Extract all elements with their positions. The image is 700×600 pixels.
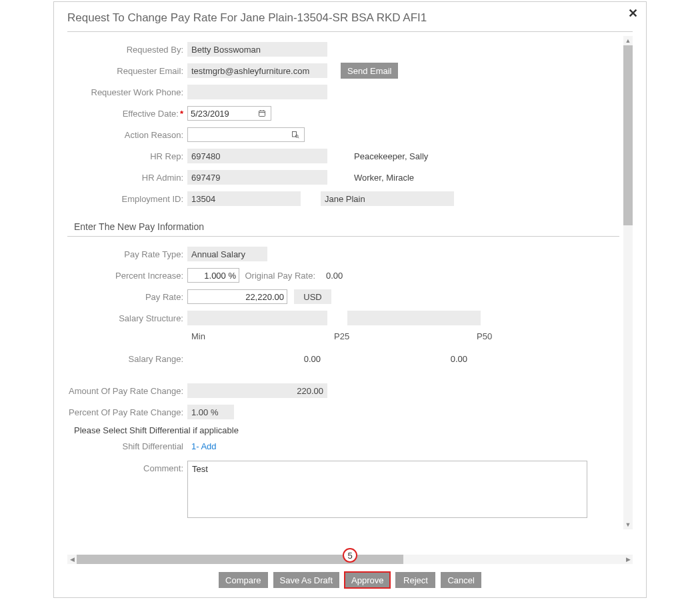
shift-diff-note: Please Select Shift Differential if appl… — [74, 425, 619, 435]
effective-date-input[interactable]: 5/23/2019 — [187, 106, 271, 121]
shift-diff-add-link[interactable]: 1- Add — [191, 441, 217, 451]
pay-rate-type-value: Annual Salary — [187, 247, 267, 261]
percent-change-value: 1.00 % — [187, 405, 234, 419]
requester-work-phone-label: Requester Work Phone: — [67, 87, 187, 97]
scroll-down-icon[interactable]: ▼ — [623, 520, 633, 529]
compare-button[interactable]: Compare — [219, 572, 267, 588]
step-badge: 5 — [343, 548, 357, 563]
hr-admin-label: HR Admin: — [67, 173, 187, 183]
salary-range-label: Salary Range: — [67, 354, 187, 364]
pay-rate-currency: USD — [294, 289, 331, 304]
vertical-scroll-thumb[interactable] — [623, 45, 633, 225]
range-min-header: Min — [191, 331, 334, 341]
svg-rect-0 — [259, 111, 265, 116]
range-headers: Min P25 P50 — [191, 331, 619, 341]
percent-change-label: Percent Of Pay Rate Change: — [67, 407, 187, 417]
employment-name-value: Jane Plain — [321, 191, 454, 206]
action-reason-input[interactable] — [187, 127, 305, 142]
svg-line-6 — [298, 137, 299, 139]
amount-change-label: Amount Of Pay Rate Change: — [67, 386, 187, 396]
hr-rep-value: 697480 — [187, 149, 327, 163]
cancel-button[interactable]: Cancel — [441, 572, 481, 588]
requested-by-label: Requested By: — [67, 45, 187, 55]
salary-range-min: 0.00 — [187, 354, 334, 364]
original-pay-rate-value: 0.00 — [319, 271, 343, 281]
salary-structure-1 — [187, 311, 327, 325]
requester-email-label: Requester Email: — [67, 66, 187, 76]
hr-rep-name: Peacekeeper, Sally — [347, 151, 428, 161]
amount-change-value: 220.00 — [187, 383, 327, 398]
reject-button[interactable]: Reject — [395, 572, 435, 588]
scroll-right-icon[interactable]: ▶ — [623, 555, 633, 564]
scroll-up-icon[interactable]: ▲ — [623, 36, 633, 45]
hr-rep-label: HR Rep: — [67, 151, 187, 161]
hr-admin-value: 697479 — [187, 170, 327, 185]
range-p25-header: P25 — [334, 331, 477, 341]
effective-date-label: Effective Date:* — [67, 109, 187, 119]
dialog-title: Request To Change Pay Rate For Jane Plai… — [67, 9, 633, 32]
range-p50-header: P50 — [477, 331, 619, 341]
employment-id-value: 13504 — [187, 191, 301, 206]
calendar-icon[interactable] — [257, 109, 267, 118]
salary-structure-2 — [347, 311, 481, 325]
salary-structure-label: Salary Structure: — [67, 313, 187, 323]
hr-admin-name: Worker, Miracle — [347, 173, 414, 183]
employment-id-label: Employment ID: — [67, 194, 187, 204]
requester-work-phone-value — [187, 85, 327, 99]
percent-increase-label: Percent Increase: — [67, 271, 187, 281]
comment-label: Comment: — [67, 461, 187, 473]
requester-email-value: testmgrb@ashleyfurniture.com — [187, 63, 327, 78]
save-as-draft-button[interactable]: Save As Draft — [273, 572, 339, 588]
action-reason-label: Action Reason: — [67, 130, 187, 140]
send-email-button[interactable]: Send Email — [341, 63, 398, 79]
vertical-scrollbar[interactable]: ▲ ▼ — [623, 36, 633, 529]
close-icon[interactable]: ✕ — [628, 6, 638, 21]
pay-rate-input[interactable]: 22,220.00 — [187, 289, 287, 304]
svg-point-5 — [295, 135, 298, 137]
original-pay-rate-label: Original Pay Rate: — [239, 271, 319, 281]
modal-dialog: ✕ Request To Change Pay Rate For Jane Pl… — [53, 1, 647, 598]
percent-increase-input[interactable]: 1.000 % — [187, 268, 239, 283]
pay-rate-label: Pay Rate: — [67, 292, 187, 302]
dialog-footer: 5 Compare Save As Draft Approve Reject C… — [67, 564, 633, 597]
salary-range-p25: 0.00 — [334, 354, 481, 364]
shift-diff-label: Shift Differential — [67, 441, 187, 451]
pay-section-header: Enter The New Pay Information — [67, 219, 619, 237]
pay-rate-type-label: Pay Rate Type: — [67, 249, 187, 259]
scroll-area: Requested By: Betty Bosswoman Requester … — [67, 36, 633, 552]
comment-input[interactable] — [187, 461, 587, 518]
lookup-icon[interactable] — [291, 130, 300, 139]
requested-by-value: Betty Bosswoman — [187, 42, 327, 57]
scroll-left-icon[interactable]: ◀ — [67, 555, 77, 564]
approve-button[interactable]: Approve — [345, 572, 390, 588]
